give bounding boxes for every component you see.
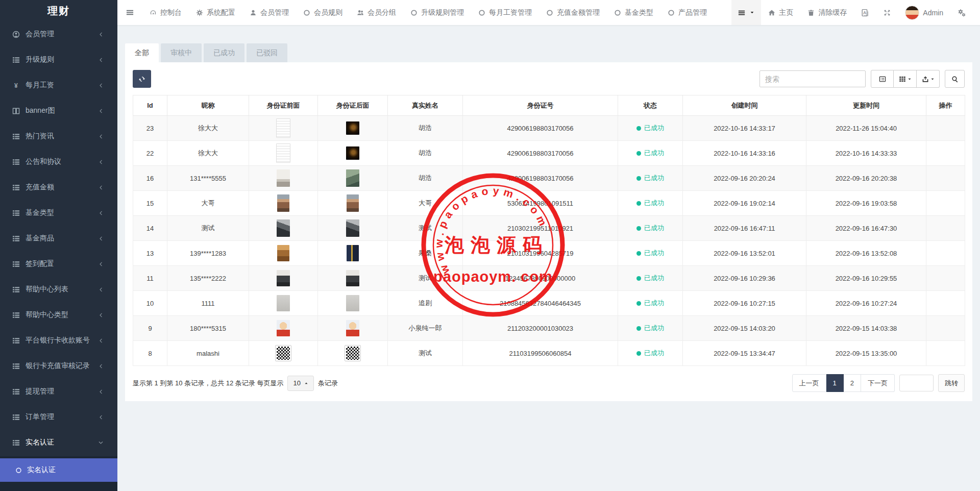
sidebar-item[interactable]: 实名认证: [0, 430, 117, 455]
sidebar-item[interactable]: 每月工资: [0, 72, 117, 98]
column-header: 状态: [618, 95, 683, 116]
export-icon: [922, 76, 929, 83]
column-header: 身份证前面: [249, 95, 318, 116]
records-suffix: 条记录: [318, 379, 338, 388]
cell-status: 已成功: [618, 316, 683, 341]
sidebar-item[interactable]: 基金类型: [0, 200, 117, 226]
refresh-button[interactable]: [133, 70, 151, 88]
caret-up-icon: [304, 381, 308, 385]
sidebar-item[interactable]: 基金商品: [0, 226, 117, 251]
angle-left-icon: [98, 338, 104, 343]
bars-icon: [126, 9, 134, 16]
topbar-menu-dropdown[interactable]: [731, 0, 761, 25]
id-card-front-image[interactable]: [277, 219, 290, 237]
angle-left-icon: [98, 185, 104, 190]
cell-operation: [926, 316, 965, 341]
sidebar-item[interactable]: 提现管理: [0, 379, 117, 404]
page-button[interactable]: 2: [844, 374, 861, 392]
id-card-front-image[interactable]: [276, 143, 290, 163]
navbar-menu-item[interactable]: 系统配置: [189, 0, 242, 25]
id-card-back-image[interactable]: [346, 146, 359, 160]
id-card-back-image[interactable]: [346, 169, 359, 187]
cell-status: 已成功: [618, 291, 683, 316]
page-button[interactable]: 1: [826, 374, 844, 392]
navbar-menu-item[interactable]: 会员规则: [296, 0, 350, 25]
cell-id-number: 1234567890900000000: [463, 266, 618, 291]
jump-page-input[interactable]: [899, 375, 934, 391]
jump-button[interactable]: 跳转: [938, 374, 965, 392]
id-card-front-image[interactable]: [277, 169, 290, 187]
sidebar-item[interactable]: 签到配置: [0, 251, 117, 277]
cell-id-card-back: [318, 266, 388, 291]
search-button[interactable]: [945, 70, 965, 88]
next-page-button[interactable]: 下一页: [861, 374, 895, 392]
language-button[interactable]: [854, 0, 876, 25]
sidebar-item[interactable]: 会员管理: [0, 21, 117, 47]
fullscreen-button[interactable]: [876, 0, 898, 25]
id-card-front-image[interactable]: [277, 295, 290, 311]
id-card-front-image[interactable]: [277, 245, 289, 261]
id-card-front-image[interactable]: [277, 194, 289, 212]
sidebar-item[interactable]: 公告和协议: [0, 149, 117, 175]
sidebar-item[interactable]: 升级规则: [0, 47, 117, 72]
sidebar-item[interactable]: 帮助中心类型: [0, 302, 117, 328]
navbar-menu-item[interactable]: 充值金额管理: [539, 0, 607, 25]
settings-button[interactable]: [950, 0, 973, 25]
search-input[interactable]: [760, 70, 866, 87]
cell-nickname: 测试: [167, 216, 249, 241]
gears-icon: [958, 9, 966, 17]
trash-icon: [807, 9, 815, 16]
id-card-back-image[interactable]: [347, 245, 359, 261]
tab-item[interactable]: 已成功: [204, 43, 244, 62]
export-button[interactable]: [917, 70, 940, 88]
cell-updated-at: 2022-09-16 16:47:30: [806, 216, 926, 241]
navbar-menu-item[interactable]: 控制台: [142, 0, 189, 25]
user-menu[interactable]: Admin: [898, 0, 950, 25]
sidebar-item-label: 基金商品: [26, 234, 54, 243]
sidebar-item[interactable]: banner图: [0, 98, 117, 124]
tab-item[interactable]: 审核中: [161, 43, 202, 62]
sidebar-item[interactable]: 订单管理: [0, 404, 117, 430]
cell-real-name: 测试: [388, 266, 463, 291]
id-card-front-image[interactable]: [276, 118, 290, 138]
navbar-menu-item[interactable]: 产品管理: [660, 0, 714, 25]
id-card-back-image[interactable]: [346, 121, 359, 135]
tab-item[interactable]: 已驳回: [247, 43, 287, 62]
status-badge: 已成功: [636, 324, 664, 332]
id-card-back-image[interactable]: [347, 194, 359, 212]
clear-cache-button[interactable]: 清除缓存: [800, 0, 854, 25]
navbar-menu-item[interactable]: 升级规则管理: [403, 0, 471, 25]
id-card-back-image[interactable]: [346, 320, 359, 336]
navbar-menu-item[interactable]: 每月工资管理: [471, 0, 539, 25]
sidebar-item[interactable]: 帮助中心列表: [0, 277, 117, 302]
th-list-icon: [12, 388, 20, 396]
id-card-back-image[interactable]: [345, 346, 360, 361]
detail-view-button[interactable]: [871, 70, 894, 88]
navbar-menu-item[interactable]: 基金类型: [607, 0, 660, 25]
id-card-back-image[interactable]: [346, 219, 359, 237]
id-card-front-image[interactable]: [277, 270, 290, 286]
cell-real-name: 胡浩: [388, 166, 463, 191]
angle-left-icon: [98, 134, 104, 139]
sidebar-item[interactable]: 平台银行卡收款账号: [0, 328, 117, 353]
columns-toggle-button[interactable]: [894, 70, 917, 88]
prev-page-button[interactable]: 上一页: [792, 374, 826, 392]
status-badge: 已成功: [636, 124, 664, 132]
tab-item[interactable]: 全部: [125, 43, 159, 62]
sidebar-item[interactable]: 热门资讯: [0, 124, 117, 149]
sidebar-item[interactable]: 充值金额: [0, 175, 117, 200]
id-card-front-image[interactable]: [277, 320, 290, 336]
id-card-front-image[interactable]: [276, 346, 291, 361]
records-summary: 显示第 1 到第 10 条记录，总共 12 条记录 每页显示: [133, 379, 283, 388]
sidebar-subitem-active[interactable]: 实名认证: [0, 458, 117, 482]
sidebar-toggle-button[interactable]: [117, 0, 142, 25]
home-link[interactable]: 主页: [761, 0, 800, 25]
sidebar-item[interactable]: 银行卡充值审核记录: [0, 353, 117, 379]
page-size-select[interactable]: 10: [287, 376, 313, 391]
table-row: 22徐大大胡浩429006198803170056已成功2022-10-16 1…: [133, 141, 965, 166]
navbar-menu-item[interactable]: 会员分组: [350, 0, 403, 25]
sidebar-item-label: 充值金额: [26, 183, 54, 192]
navbar-menu-item[interactable]: 会员管理: [242, 0, 296, 25]
id-card-back-image[interactable]: [346, 295, 359, 311]
id-card-back-image[interactable]: [346, 270, 359, 286]
